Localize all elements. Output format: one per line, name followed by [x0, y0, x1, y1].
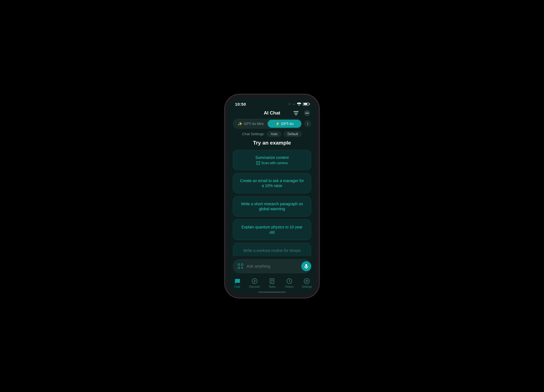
status-bar: 10:50 ···: [228, 98, 316, 108]
wifi-icon: [297, 102, 301, 106]
model-mini-label: GPT-4o Mini: [244, 122, 263, 126]
nav-tasks[interactable]: Tasks: [265, 278, 279, 288]
discover-nav-label: Discover: [249, 285, 260, 288]
svg-rect-8: [259, 161, 260, 162]
svg-point-14: [252, 279, 257, 284]
mic-icon: [304, 264, 309, 269]
model-gpt4o-label: GPT-4o: [281, 122, 294, 126]
auto-tag[interactable]: Auto: [267, 131, 281, 137]
svg-point-10: [259, 164, 260, 165]
nav-settings[interactable]: Settings: [300, 278, 314, 288]
example-email-button[interactable]: Create an email to ask a manager for a 1…: [233, 173, 311, 193]
svg-point-4: [306, 113, 307, 113]
history-nav-label: History: [285, 285, 294, 288]
tasks-nav-label: Tasks: [268, 285, 276, 288]
scan-icon: [256, 161, 260, 165]
example-email-text: Create an email to ask a manager for a 1…: [240, 178, 304, 188]
chat-nav-icon: [234, 278, 241, 284]
example-workout-text: Write a workout routine for biceps: [243, 248, 301, 253]
input-area: [228, 256, 316, 276]
status-time: 10:50: [235, 102, 246, 106]
example-workout-button[interactable]: Write a workout routine for biceps: [233, 243, 311, 256]
phone-screen: 10:50 ··· AI Chat: [228, 98, 316, 294]
svg-rect-13: [238, 267, 240, 269]
nav-chat[interactable]: Chat: [230, 278, 244, 288]
svg-rect-1: [294, 113, 298, 113]
nav-history[interactable]: History: [282, 278, 297, 288]
discover-nav-icon: [251, 278, 258, 284]
home-indicator: [228, 290, 316, 294]
svg-rect-7: [257, 161, 258, 162]
history-nav-icon: [286, 278, 293, 284]
camera-dot: [288, 103, 291, 105]
header-title: AI Chat: [264, 110, 280, 116]
try-heading: Try an example: [233, 140, 311, 146]
tasks-nav-icon: [269, 278, 275, 284]
model-mini-icon: ✨: [238, 122, 242, 126]
app-header: AI Chat: [228, 108, 316, 119]
example-globalwarming-button[interactable]: Write a short research paragraph on glob…: [233, 196, 311, 217]
svg-rect-2: [295, 114, 297, 115]
filter-icon: [294, 111, 299, 115]
example-summarize-button[interactable]: Summarize content Scan with camera: [233, 150, 311, 170]
more-button[interactable]: [303, 109, 311, 117]
svg-point-6: [308, 113, 309, 113]
nav-discover[interactable]: Discover: [247, 278, 262, 288]
scan-sub: Scan with camera: [256, 161, 287, 165]
svg-point-5: [307, 113, 308, 113]
svg-rect-9: [257, 164, 258, 165]
chat-input[interactable]: [247, 264, 299, 268]
filter-button[interactable]: [292, 109, 300, 117]
chat-nav-label: Chat: [234, 285, 240, 288]
model-gpt4o-button[interactable]: ⚡ GPT-4o: [268, 120, 301, 128]
info-button[interactable]: i: [304, 120, 311, 127]
model-gpt4o-mini-button[interactable]: ✨ GPT-4o Mini: [234, 120, 268, 128]
app-content: AI Chat: [228, 108, 316, 294]
mic-button[interactable]: [301, 261, 311, 271]
input-row: [233, 259, 311, 273]
svg-rect-0: [294, 111, 299, 112]
more-icon: [304, 110, 310, 116]
bottom-nav: Chat Discover Tasks: [228, 276, 316, 290]
model-selector-row: ✨ GPT-4o Mini ⚡ GPT-4o i: [233, 119, 311, 129]
model-selector: ✨ GPT-4o Mini ⚡ GPT-4o: [233, 119, 302, 129]
chat-settings-label: Chat Settings:: [242, 132, 265, 136]
scan-input-icon: [237, 263, 244, 269]
example-physics-text: Explain quantum physics to 10 year old: [241, 225, 302, 234]
status-icons: ···: [288, 102, 309, 106]
scan-input-button[interactable]: [237, 262, 244, 270]
header-icons: [292, 109, 311, 117]
chat-settings: Chat Settings: Auto Default: [228, 131, 316, 137]
example-summarize-text: Summarize content: [255, 155, 289, 160]
svg-rect-12: [241, 264, 243, 265]
phone-frame: 10:50 ··· AI Chat: [225, 95, 319, 298]
default-tag[interactable]: Default: [284, 131, 302, 137]
home-bar: [258, 292, 286, 293]
example-globalwarming-text: Write a short research paragraph on glob…: [241, 202, 303, 211]
settings-nav-icon: [303, 278, 310, 284]
model-gpt4o-icon: ⚡: [275, 122, 280, 126]
svg-rect-11: [238, 264, 240, 265]
main-content: Try an example Summarize content: [228, 140, 316, 256]
settings-nav-label: Settings: [302, 285, 312, 288]
battery-icon: [303, 103, 309, 106]
example-physics-button[interactable]: Explain quantum physics to 10 year old: [233, 219, 311, 240]
ellipsis-icon: ···: [292, 102, 295, 106]
